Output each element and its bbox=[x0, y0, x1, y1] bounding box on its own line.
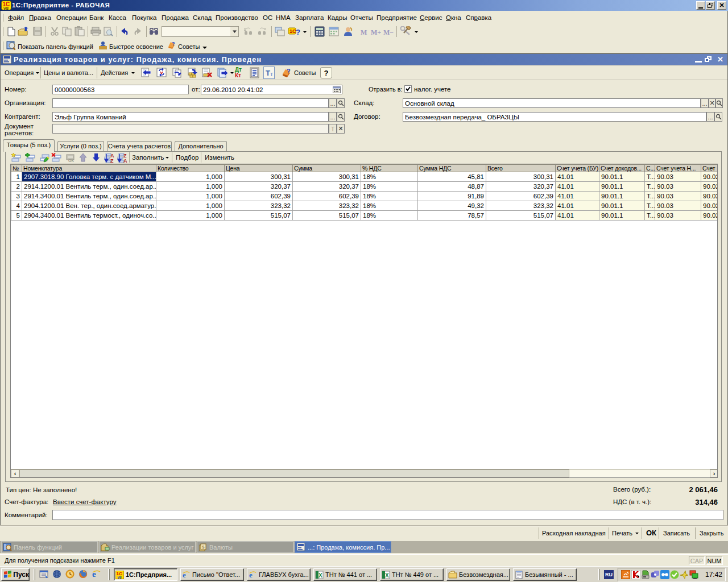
svg-text:A: A bbox=[123, 158, 127, 163]
svg-text:v8: v8 bbox=[118, 575, 122, 579]
svg-text:ОК: ОК bbox=[68, 159, 74, 163]
svg-text:?: ? bbox=[287, 68, 291, 74]
svg-text:X: X bbox=[385, 572, 389, 579]
svg-text:Z: Z bbox=[110, 158, 114, 163]
svg-text:v8: v8 bbox=[3, 6, 9, 10]
svg-text:?: ? bbox=[172, 41, 175, 47]
svg-text:?: ? bbox=[296, 28, 300, 36]
svg-text:X: X bbox=[318, 572, 322, 579]
svg-text:$: $ bbox=[202, 544, 205, 550]
